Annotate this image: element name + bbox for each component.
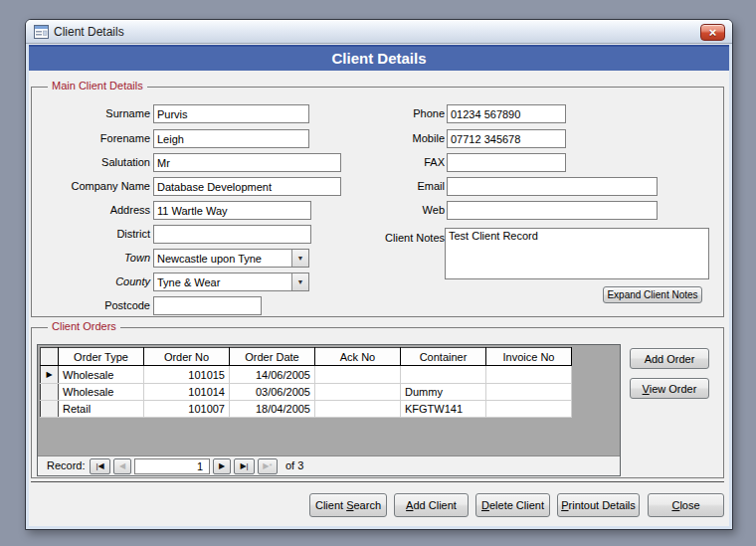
client-notes-label: Client Notes [357,229,445,248]
mobile-label: Mobile [357,129,445,148]
desktop-background: Client Details × Client Details Main Cli… [0,0,756,546]
county-label: County [31,273,150,291]
grid-cell[interactable] [315,384,401,401]
address-label: Address [31,201,150,220]
surname-field[interactable] [153,104,309,123]
forename-label: Forename [31,129,150,148]
add-order-button[interactable]: Add Order [630,348,709,369]
row-selector-current[interactable]: ▶ [41,366,59,384]
first-record-button[interactable]: |◀ [90,458,110,474]
column-header[interactable]: Invoice No [486,348,572,366]
email-label: Email [357,177,445,196]
previous-record-button[interactable]: ◀ [113,458,131,474]
client-notes-field[interactable]: Test Client Record [445,228,709,279]
record-navigator: Record: |◀ ◀ ▶ ▶| ▶* of 3 [38,455,620,475]
main-client-details-legend: Main Client Details [48,80,147,91]
phone-label: Phone [357,104,445,123]
grid-cell[interactable]: 101007 [144,401,230,418]
grid-cell[interactable]: 03/06/2005 [230,384,315,401]
town-combobox[interactable]: ▼ [153,249,309,268]
grid-cell[interactable]: Dummy [401,384,486,401]
postcode-label: Postcode [31,296,150,315]
grid-cell[interactable]: 101014 [144,384,230,401]
client-orders-legend: Client Orders [48,320,120,332]
printout-details-button[interactable]: Printout Details [557,493,640,517]
district-label: District [31,225,150,244]
delete-client-button[interactable]: Delete Client [475,493,550,517]
grid-cell[interactable]: Retail [59,401,144,418]
town-field[interactable] [154,250,291,267]
close-icon: × [709,25,717,40]
record-label: Record: [47,459,86,471]
form-body: Client Details Main Client Details Surna… [29,44,729,526]
table-row: Retail10100718/04/2005KFGTW141 [41,401,572,418]
grid-cell[interactable]: 101015 [144,366,230,384]
chevron-down-icon: ▼ [297,255,304,262]
address-field[interactable] [153,201,311,220]
chevron-down-icon: ▼ [297,278,304,285]
record-count-label: of 3 [285,459,303,471]
mobile-field[interactable] [447,129,566,148]
footer-divider [31,481,724,482]
close-form-button[interactable]: Close [648,493,724,517]
table-row: Wholesale10101403/06/2005Dummy [41,384,572,401]
column-header[interactable]: Container [401,348,486,366]
web-label: Web [357,201,445,220]
view-order-button[interactable]: View Order [630,378,709,399]
town-label: Town [31,249,150,268]
next-record-button[interactable]: ▶ [213,458,231,474]
grid-cell[interactable]: 18/04/2005 [230,401,315,418]
new-record-button[interactable]: ▶* [258,458,278,474]
column-header[interactable]: Order Type [59,348,144,366]
row-selector[interactable] [41,401,59,418]
window-title: Client Details [54,25,124,39]
surname-label: Surname [31,104,150,123]
fax-label: FAX [357,153,445,172]
town-dropdown-button[interactable]: ▼ [291,250,308,267]
grid-cell[interactable]: KFGTW141 [401,401,486,418]
phone-field[interactable] [447,104,566,123]
company-name-label: Company Name [31,177,150,196]
table-row: ▶Wholesale10101514/06/2005 [41,366,572,384]
orders-grid[interactable]: Order TypeOrder NoOrder DateAck NoContai… [40,347,572,418]
county-dropdown-button[interactable]: ▼ [291,273,308,290]
orders-subform: Order TypeOrder NoOrder DateAck NoContai… [37,344,621,476]
grid-cell[interactable] [401,366,486,384]
county-combobox[interactable]: ▼ [153,273,309,291]
company-name-field[interactable] [153,177,341,196]
column-header[interactable]: Ack No [315,348,401,366]
close-button[interactable]: × [700,24,725,41]
form-header-banner: Client Details [29,45,729,71]
column-header[interactable]: Order Date [230,348,315,366]
titlebar[interactable]: Client Details × [26,20,732,44]
email-field[interactable] [447,177,658,196]
current-record-input[interactable] [134,458,210,474]
grid-cell[interactable] [486,401,572,418]
add-client-button[interactable]: Add Client [394,493,469,517]
county-field[interactable] [154,273,291,290]
form-title: Client Details [331,50,426,67]
salutation-label: Salutation [31,153,150,172]
client-details-window: Client Details × Client Details Main Cli… [25,19,733,530]
grid-cell[interactable] [315,366,401,384]
row-selector[interactable] [41,384,59,401]
grid-cell[interactable]: Wholesale [59,366,144,384]
form-icon [34,25,49,39]
forename-field[interactable] [153,129,309,148]
grid-corner-cell[interactable] [41,348,59,366]
grid-cell[interactable] [486,384,572,401]
fax-field[interactable] [447,153,566,172]
salutation-field[interactable] [153,153,341,172]
grid-cell[interactable]: 14/06/2005 [230,366,315,384]
grid-cell[interactable] [315,401,401,418]
grid-cell[interactable]: Wholesale [59,384,144,401]
district-field[interactable] [153,225,311,244]
grid-cell[interactable] [486,366,572,384]
last-record-button[interactable]: ▶| [234,458,255,474]
web-field[interactable] [447,201,658,220]
postcode-field[interactable] [153,296,262,315]
column-header[interactable]: Order No [144,348,230,366]
expand-client-notes-button[interactable]: Expand Client Notes [603,286,702,303]
client-search-button[interactable]: Client Search [309,493,387,517]
